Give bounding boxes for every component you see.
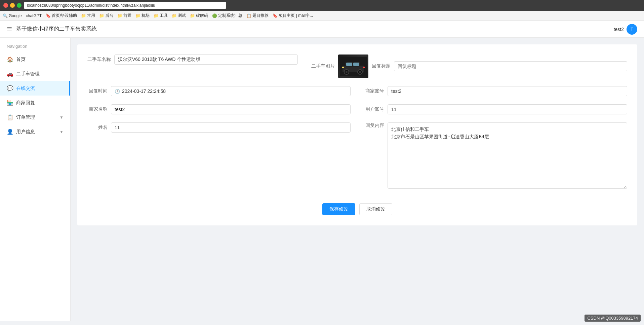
reply-tag-label: 回复标题: [372, 63, 391, 69]
sidebar-item-label-chat: 在线交流: [16, 85, 35, 92]
reply-content-label: 回复内容: [364, 122, 384, 129]
form-row-3: 商家名称 用户账号: [87, 104, 627, 114]
sidebar-item-user-info[interactable]: 👤 用户信息 ▼: [0, 124, 70, 139]
home-icon: 🏠: [7, 56, 13, 63]
bookmark-tools[interactable]: 📁 工具: [154, 13, 168, 19]
bookmark-chatgpt[interactable]: chatGPT: [26, 13, 42, 18]
reply-time-label: 回复时间: [87, 88, 108, 94]
sidebar-item-order-mgmt[interactable]: 📋 订单管理 ▼: [0, 110, 70, 124]
bookmark-crack[interactable]: 📁 破解码: [190, 13, 208, 19]
user-icon: 👤: [7, 129, 13, 135]
svg-point-7: [346, 71, 348, 73]
sidebar-item-label-merchant: 商家回复: [16, 100, 35, 106]
avatar: T: [627, 24, 637, 35]
merchant-name-label: 商家名称: [87, 106, 108, 112]
car-image-label: 二手车图片: [311, 63, 335, 69]
chat-icon: 💬: [7, 85, 13, 92]
merchant-account-group: 商家账号: [364, 86, 627, 96]
svg-rect-4: [353, 63, 359, 66]
reply-time-input[interactable]: 🕐 2024-03-17 22:24:58: [111, 86, 351, 96]
bookmark-project[interactable]: 🔖 项目主页 | mall字...: [273, 13, 313, 19]
bookmarks-bar: 🔍 Google chatGPT 🔖 首页/毕设辅助 📁 常用 📁 后台 📁 前…: [0, 11, 644, 21]
bookmark-topic[interactable]: 📋 题目推荐: [246, 13, 269, 19]
car-name-label: 二手车名称: [87, 57, 111, 63]
username-label: test2: [614, 27, 624, 32]
svg-rect-9: [342, 67, 344, 68]
reply-tag-input[interactable]: [394, 61, 627, 71]
bookmark-airport[interactable]: 📁 机场: [135, 13, 150, 19]
button-group: 保存修改 取消修改: [87, 203, 627, 215]
merchant-account-input[interactable]: [388, 86, 627, 96]
car-icon: 🚗: [7, 71, 13, 77]
main-layout: Navigation 🏠 首页 🚗 二手车管理 💬 在线交流 🏪 商家回复 📋 …: [0, 38, 644, 321]
sidebar: Navigation 🏠 首页 🚗 二手车管理 💬 在线交流 🏪 商家回复 📋 …: [0, 38, 71, 321]
real-name-group: 姓名: [87, 122, 351, 133]
bookmark-google[interactable]: 🔍 Google: [3, 13, 22, 18]
minimize-button[interactable]: [10, 3, 15, 8]
header-right: test2 T: [614, 24, 637, 35]
svg-rect-10: [363, 67, 365, 68]
close-button[interactable]: [3, 3, 8, 8]
menu-toggle-icon[interactable]: ☰: [7, 26, 12, 33]
merchant-name-input[interactable]: [111, 104, 351, 114]
user-account-input[interactable]: [388, 104, 627, 114]
merchant-name-group: 商家名称: [87, 104, 351, 114]
sidebar-item-label-order: 订单管理: [16, 114, 35, 120]
merchant-icon: 🏪: [7, 100, 13, 106]
header-left: ☰ 基于微信小程序的二手车售卖系统: [7, 26, 97, 33]
sidebar-item-label-car: 二手车管理: [16, 71, 40, 77]
app-header: ☰ 基于微信小程序的二手车售卖系统 test2 T: [0, 21, 644, 38]
chevron-down-icon: ▼: [59, 115, 64, 120]
main-content: 二手车名称 二手车图片: [71, 38, 644, 321]
bookmark-custom[interactable]: 🟢 定制系统汇总: [212, 13, 242, 19]
real-name-input[interactable]: [111, 122, 351, 133]
form-row-4: 姓名 回复内容 北京佳信和二手车 北京市石景山区苹果园街道-启迪香山大厦B4层: [87, 122, 627, 190]
reply-time-group: 回复时间 🕐 2024-03-17 22:24:58: [87, 86, 351, 96]
car-image-reply-group: 二手车图片: [311, 55, 627, 78]
svg-rect-3: [346, 63, 352, 66]
car-name-group: 二手车名称: [87, 55, 298, 65]
reply-content-textarea[interactable]: 北京佳信和二手车 北京市石景山区苹果园街道-启迪香山大厦B4层: [388, 122, 627, 189]
cancel-button[interactable]: 取消修改: [359, 203, 392, 215]
sidebar-item-home[interactable]: 🏠 首页: [0, 52, 70, 67]
browser-bar: localhost:8080/springbootyocjop11/admin/…: [0, 0, 644, 11]
reply-time-value: 2024-03-17 22:24:58: [122, 88, 166, 94]
bookmark-common[interactable]: 📁 常用: [81, 13, 95, 19]
bookmark-backend[interactable]: 📁 后台: [99, 13, 113, 19]
bookmark-test[interactable]: 📁 测试: [172, 13, 186, 19]
window-controls: [3, 3, 22, 8]
url-bar[interactable]: localhost:8080/springbootyocjop11/admin/…: [24, 2, 226, 9]
car-image: [338, 55, 368, 78]
form-row-1: 二手车名称 二手车图片: [87, 55, 627, 78]
form-card: 二手车名称 二手车图片: [77, 44, 637, 225]
sidebar-item-label-home: 首页: [16, 57, 26, 63]
maximize-button[interactable]: [17, 3, 22, 8]
user-account-group: 用户账号: [364, 104, 627, 114]
nav-title: Navigation: [0, 38, 70, 52]
chevron-down-icon-user: ▼: [59, 130, 64, 134]
sidebar-item-car-mgmt[interactable]: 🚗 二手车管理: [0, 67, 70, 81]
app-title: 基于微信小程序的二手车售卖系统: [16, 26, 97, 33]
sidebar-item-online-chat[interactable]: 💬 在线交流: [0, 81, 70, 96]
clock-icon: 🕐: [115, 89, 120, 94]
car-name-input[interactable]: [114, 55, 298, 65]
reply-content-group: 回复内容 北京佳信和二手车 北京市石景山区苹果园街道-启迪香山大厦B4层: [364, 122, 627, 190]
form-row-2: 回复时间 🕐 2024-03-17 22:24:58 商家账号: [87, 86, 627, 96]
merchant-account-label: 商家账号: [364, 88, 384, 94]
user-account-label: 用户账号: [364, 106, 384, 112]
watermark: CSDN @Q003359892174: [585, 315, 641, 321]
bookmark-home[interactable]: 🔖 首页/毕设辅助: [46, 13, 77, 19]
svg-point-8: [359, 71, 361, 73]
real-name-label: 姓名: [87, 124, 108, 131]
order-icon: 📋: [7, 114, 13, 120]
bookmark-frontend[interactable]: 📁 前置: [117, 13, 131, 19]
sidebar-item-label-user: 用户信息: [16, 129, 35, 135]
save-button[interactable]: 保存修改: [322, 203, 355, 215]
sidebar-item-merchant-reply[interactable]: 🏪 商家回复: [0, 96, 70, 110]
